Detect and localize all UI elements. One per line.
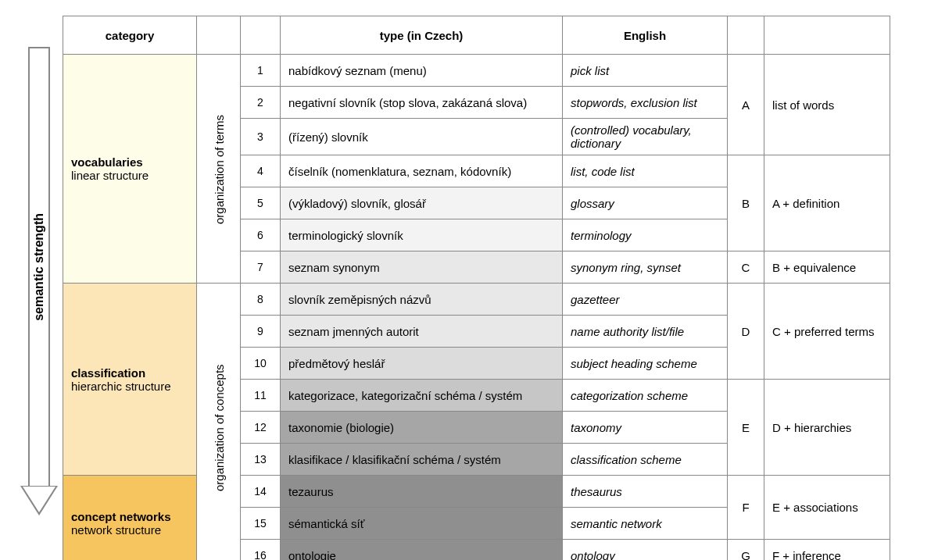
org-of-terms: organization of terms xyxy=(197,55,241,284)
header-row: category type (in Czech) English xyxy=(63,16,890,55)
header-def xyxy=(764,16,890,55)
category-concept-networks: concept networks network structure xyxy=(63,476,197,561)
table-row: vocabularies linear structure organizati… xyxy=(63,55,890,87)
arrow-head-icon xyxy=(20,486,58,515)
table-row: classification hierarchic structure orga… xyxy=(63,284,890,316)
arrow-label: semantic strength xyxy=(32,213,46,321)
header-letter xyxy=(728,16,764,55)
category-vocabularies: vocabularies linear structure xyxy=(63,55,197,284)
header-type: type (in Czech) xyxy=(281,16,563,55)
org-of-concepts: organization of concepts xyxy=(197,284,241,561)
category-classification: classification hierarchic structure xyxy=(63,284,197,476)
table-row: concept networks network structure 14 te… xyxy=(63,476,890,508)
header-num xyxy=(241,16,281,55)
typology-table: category type (in Czech) English vocabul… xyxy=(63,16,890,560)
header-org xyxy=(197,16,241,55)
header-category: category xyxy=(63,16,197,55)
header-english: English xyxy=(563,16,728,55)
diagram-root: semantic strength category type (in Czec… xyxy=(16,16,922,560)
semantic-strength-arrow: semantic strength xyxy=(16,16,63,515)
